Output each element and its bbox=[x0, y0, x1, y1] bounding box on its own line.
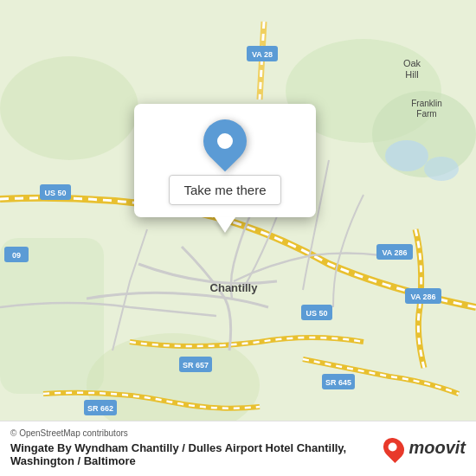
moovit-text: moovit bbox=[408, 438, 466, 458]
moovit-logo[interactable]: moovit bbox=[384, 437, 466, 460]
svg-point-4 bbox=[0, 56, 138, 160]
map-svg: VA 28 US 50 VA 286 VA 286 US 50 SR 657 S… bbox=[0, 0, 476, 476]
svg-text:SR 657: SR 657 bbox=[183, 361, 209, 370]
svg-text:VA 286: VA 286 bbox=[410, 293, 435, 301]
svg-point-6 bbox=[385, 140, 428, 171]
svg-text:SR 645: SR 645 bbox=[325, 378, 351, 387]
svg-text:US 50: US 50 bbox=[306, 309, 327, 318]
location-pin-inner bbox=[217, 133, 233, 149]
bottom-left: © OpenStreetMap contributors Wingate By … bbox=[10, 428, 384, 467]
svg-text:09: 09 bbox=[12, 251, 21, 260]
svg-text:US 50: US 50 bbox=[44, 189, 66, 197]
bottom-bar: © OpenStreetMap contributors Wingate By … bbox=[0, 421, 476, 476]
popup-tail bbox=[215, 217, 235, 233]
hotel-name: Wingate By Wyndham Chantilly / Dulles Ai… bbox=[10, 441, 384, 467]
svg-text:Hill: Hill bbox=[405, 69, 418, 80]
svg-text:Chantilly: Chantilly bbox=[210, 281, 259, 294]
svg-text:Franklin: Franklin bbox=[411, 99, 442, 108]
osm-credit: © OpenStreetMap contributors bbox=[10, 428, 384, 438]
svg-text:SR 662: SR 662 bbox=[87, 404, 113, 413]
take-me-there-button[interactable]: Take me there bbox=[169, 175, 280, 205]
svg-text:Farm: Farm bbox=[416, 109, 436, 119]
location-pin bbox=[195, 111, 256, 172]
popup-card: Take me there bbox=[134, 104, 316, 217]
svg-text:VA 28: VA 28 bbox=[252, 50, 273, 59]
svg-text:VA 286: VA 286 bbox=[382, 248, 407, 257]
moovit-pin-inner bbox=[389, 442, 397, 451]
moovit-pin-icon bbox=[379, 434, 408, 463]
svg-point-7 bbox=[424, 157, 459, 181]
svg-text:Oak: Oak bbox=[403, 58, 421, 68]
map-container: VA 28 US 50 VA 286 VA 286 US 50 SR 657 S… bbox=[0, 0, 476, 476]
